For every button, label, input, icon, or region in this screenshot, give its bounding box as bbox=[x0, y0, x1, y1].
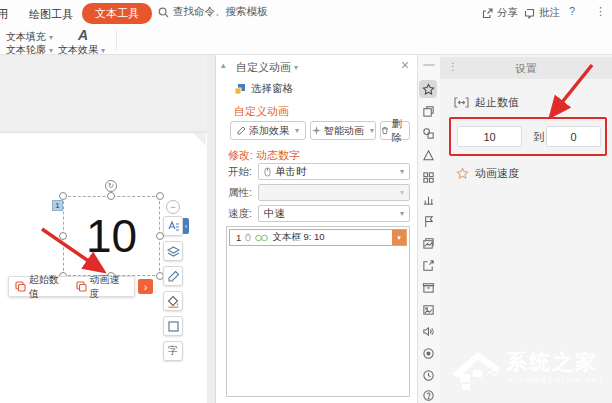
property-dropdown[interactable]: ▾ bbox=[258, 184, 410, 201]
target-icon[interactable] bbox=[421, 346, 435, 360]
speed-star-icon bbox=[456, 167, 469, 180]
text-options-flyout-tab[interactable]: › bbox=[183, 218, 189, 234]
dynamic-number-effect-icon bbox=[255, 234, 268, 242]
ribbon-divider bbox=[116, 29, 117, 51]
collapse-mini-toolbar-button[interactable]: − bbox=[166, 200, 180, 214]
animation-pane-icon[interactable] bbox=[421, 82, 435, 96]
selection-pane-icon bbox=[234, 83, 246, 95]
range-icon bbox=[454, 97, 469, 108]
command-search[interactable]: 查找命令、搜索模板 bbox=[158, 5, 268, 19]
rail-drag-handle bbox=[423, 64, 435, 66]
delete-effect-button[interactable]: 删除 bbox=[380, 121, 410, 140]
custom-animation-section-label: 自定义动画 bbox=[234, 104, 289, 119]
image-copy-icon[interactable] bbox=[421, 236, 435, 250]
archive-icon[interactable] bbox=[421, 280, 435, 294]
selection-pane-button[interactable]: 选择窗格 bbox=[234, 82, 293, 96]
start-label: 开始: bbox=[228, 165, 252, 179]
workspace-background bbox=[0, 55, 207, 133]
wps-presentation-window: 用 绘图工具 文本工具 查找命令、搜索模板 分享 批注 ? ⋮ 文本填充▾ bbox=[0, 0, 612, 403]
brush-button[interactable] bbox=[163, 266, 183, 286]
history-icon[interactable] bbox=[421, 368, 435, 382]
layers-button[interactable] bbox=[163, 241, 183, 261]
panel-gutter bbox=[207, 55, 216, 403]
top-toolbar: 用 绘图工具 文本工具 查找命令、搜索模板 分享 批注 ? ⋮ bbox=[0, 0, 612, 26]
picture-icon[interactable] bbox=[421, 302, 435, 316]
animation-order-badge: 1 bbox=[52, 200, 63, 211]
layers-icon[interactable] bbox=[421, 104, 435, 118]
add-effect-button[interactable]: 添加效果▾ bbox=[230, 121, 306, 140]
tab-draw-tools[interactable]: 绘图工具 bbox=[29, 7, 73, 22]
outline-frame-button[interactable] bbox=[163, 316, 183, 336]
smart-animation-button[interactable]: 智能动画▾ bbox=[310, 121, 376, 140]
resize-handle[interactable] bbox=[156, 192, 164, 200]
property-label: 属性: bbox=[228, 186, 252, 200]
to-label: 到 bbox=[533, 130, 544, 145]
watermark: 系统之家 XITONGZHIJIA.NET bbox=[448, 342, 608, 397]
tab-partial[interactable]: 用 bbox=[0, 7, 11, 22]
modify-effect-label: 修改: 动态数字 bbox=[228, 148, 300, 163]
start-dropdown[interactable]: 单击时▾ bbox=[258, 163, 410, 180]
comment-button[interactable]: 批注 bbox=[524, 6, 560, 20]
animation-list-item[interactable]: 1 文本框 9: 10 ▾ bbox=[229, 229, 407, 246]
settings-title: 设置 bbox=[440, 62, 612, 76]
textbox-value: 10 bbox=[86, 209, 137, 263]
animation-list[interactable] bbox=[226, 226, 410, 397]
start-value-button[interactable]: 起始数值 bbox=[9, 273, 74, 301]
animation-speed-button[interactable]: 动画速度 bbox=[74, 273, 135, 301]
share-icon bbox=[482, 8, 493, 19]
resize-handle[interactable] bbox=[59, 192, 67, 200]
animation-speed-row[interactable]: 动画速度 bbox=[456, 166, 519, 181]
item-options-dropdown[interactable]: ▾ bbox=[392, 230, 406, 245]
slide-corner-fold bbox=[193, 133, 206, 146]
watermark-domain: XITONGZHIJIA.NET bbox=[508, 376, 605, 385]
to-value-input[interactable] bbox=[546, 126, 601, 147]
animation-panel-title[interactable]: 自定义动画▾ bbox=[236, 60, 298, 75]
mouse-click-icon bbox=[245, 233, 251, 242]
export-icon[interactable] bbox=[421, 258, 435, 272]
shapes-icon[interactable] bbox=[421, 126, 435, 140]
rotate-handle[interactable]: ↻ bbox=[105, 180, 117, 192]
search-icon bbox=[158, 7, 169, 18]
help-icon[interactable] bbox=[421, 388, 435, 402]
audio-icon[interactable] bbox=[421, 324, 435, 338]
number-effect-icon bbox=[15, 281, 26, 292]
resize-handle[interactable] bbox=[107, 192, 115, 200]
animation-item-index: 1 bbox=[236, 232, 241, 243]
fill-color-button[interactable] bbox=[163, 291, 183, 311]
help-button[interactable]: ? bbox=[569, 5, 575, 17]
grid-icon[interactable] bbox=[421, 170, 435, 184]
mouse-click-icon bbox=[264, 167, 271, 177]
speed-label: 速度: bbox=[228, 207, 252, 221]
expand-toolbar-button[interactable]: › bbox=[138, 279, 153, 294]
chart-icon[interactable] bbox=[421, 192, 435, 206]
ribbon: 文本填充▾ 文本轮廓▾ A 文本效果▾ bbox=[0, 26, 612, 55]
more-menu-icon[interactable]: ⋮ bbox=[595, 5, 606, 18]
number-effect-icon bbox=[76, 281, 87, 292]
search-placeholder: 查找命令、搜索模板 bbox=[173, 5, 268, 19]
from-value-input[interactable] bbox=[457, 126, 522, 147]
comment-icon bbox=[524, 8, 535, 19]
text-effect-icon: A bbox=[78, 27, 88, 43]
settings-header: ⋮ 设置 bbox=[440, 57, 612, 79]
selected-textbox[interactable]: 10 bbox=[63, 196, 160, 276]
pyramid-icon[interactable] bbox=[421, 148, 435, 162]
watermark-logo bbox=[448, 344, 504, 394]
flag-icon[interactable] bbox=[421, 214, 435, 228]
text-effects-button[interactable]: 字 bbox=[163, 341, 183, 361]
resize-handle[interactable] bbox=[59, 232, 67, 240]
collapse-panel-icon[interactable]: ▴ bbox=[221, 60, 226, 70]
animation-item-text: 文本框 9: 10 bbox=[272, 231, 324, 244]
text-fill-button[interactable]: 文本填充▾ bbox=[6, 30, 53, 44]
text-options-button[interactable] bbox=[163, 216, 183, 236]
tab-text-tools[interactable]: 文本工具 bbox=[82, 3, 152, 24]
effect-options-toolbar: 起始数值 动画速度 bbox=[8, 276, 135, 297]
range-label-row: 起止数值 bbox=[454, 95, 519, 110]
speed-dropdown[interactable]: 中速▾ bbox=[258, 205, 410, 222]
watermark-name: 系统之家 bbox=[506, 348, 598, 376]
share-button[interactable]: 分享 bbox=[482, 6, 518, 20]
close-panel-icon[interactable]: × bbox=[401, 57, 409, 73]
